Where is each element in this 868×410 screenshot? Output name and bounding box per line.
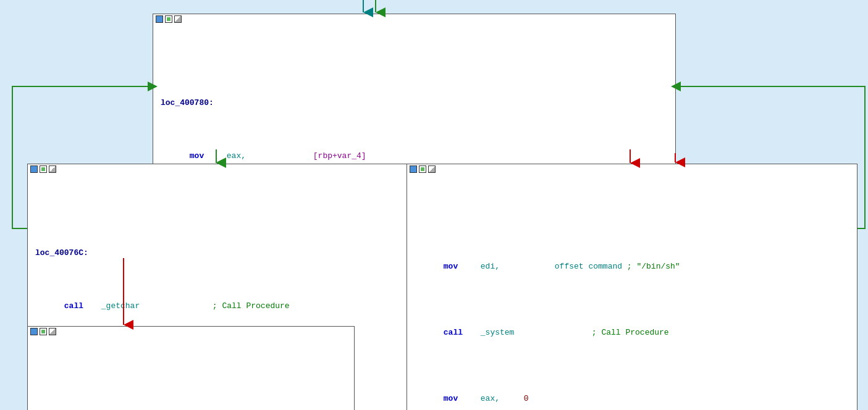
icon1-bottom bbox=[30, 328, 38, 335]
code-block-right: movedi,offset command ; "/bin/sh" call_s… bbox=[407, 164, 857, 410]
title-bar-top bbox=[153, 14, 184, 24]
line-call-getchar: call_getchar; Call Procedure bbox=[35, 287, 408, 326]
line-label-left: loc_40076C: bbox=[35, 246, 408, 259]
title-bar-right bbox=[407, 164, 438, 174]
title-bar-left bbox=[28, 164, 59, 174]
icon3 bbox=[174, 15, 182, 23]
line-mov-eax0: moveax,0 bbox=[415, 379, 849, 410]
icon3-bottom bbox=[49, 328, 56, 335]
icon3-right bbox=[428, 165, 436, 173]
icon2 bbox=[165, 15, 172, 23]
icon1-right bbox=[410, 165, 417, 173]
title-bar-bottom bbox=[28, 327, 59, 337]
icon1 bbox=[156, 15, 163, 23]
icon3-left bbox=[49, 165, 56, 173]
code-content-bottom: movedi,0 ; status call_exit; Call Proced… bbox=[35, 371, 347, 410]
icon2-left bbox=[40, 165, 47, 173]
icon2-bottom bbox=[40, 328, 47, 335]
line-label: loc_400780: bbox=[161, 96, 668, 109]
line-mov-edi: movedi,offset command ; "/bin/sh" bbox=[415, 246, 849, 286]
line-call-system: call_system; Call Procedure bbox=[415, 312, 849, 352]
code-block-bottom: movedi,0 ; status call_exit; Call Proced… bbox=[27, 326, 355, 410]
icon1-left bbox=[30, 165, 38, 173]
code-content-right: movedi,offset command ; "/bin/sh" call_s… bbox=[415, 209, 849, 410]
icon2-right bbox=[419, 165, 426, 173]
